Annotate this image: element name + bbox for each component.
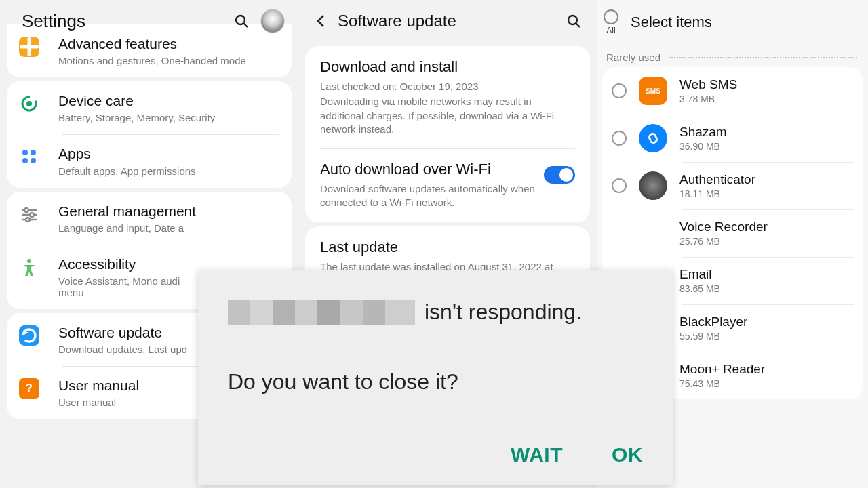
app-size: 75.43 MB — [679, 378, 856, 389]
settings-item-apps[interactable]: Apps Default apps, App permissions — [7, 134, 292, 187]
svg-point-0 — [236, 16, 245, 24]
manual-icon: ? — [19, 378, 39, 399]
svg-point-4 — [22, 150, 28, 155]
settings-item-general-management[interactable]: General management Language and input, D… — [7, 192, 292, 245]
settings-item-advanced-features[interactable]: Advanced features Motions and gestures, … — [7, 24, 292, 77]
settings-item-sub: Language and input, Date a — [58, 222, 279, 234]
ok-button[interactable]: OK — [612, 443, 643, 466]
section-rarely-used: Rarely used — [606, 52, 660, 63]
app-checkbox[interactable] — [612, 178, 627, 193]
sliders-icon — [19, 204, 39, 224]
auto-download-title: Auto download over Wi-Fi — [320, 161, 536, 178]
svg-point-14 — [27, 259, 31, 263]
app-row-web-sms[interactable]: SMS Web SMS 3.78 MB — [602, 67, 863, 115]
svg-line-16 — [576, 24, 580, 28]
settings-item-sub: Default apps, App permissions — [58, 165, 279, 177]
select-all-label: All — [606, 26, 615, 35]
app-size: 25.76 MB — [679, 236, 856, 247]
dialog-line1-suffix: isn't responding. — [425, 300, 582, 325]
settings-item-device-care[interactable]: Device care Battery, Storage, Memory, Se… — [7, 81, 292, 134]
app-checkbox[interactable] — [612, 131, 627, 146]
app-checkbox[interactable] — [612, 83, 627, 98]
svg-point-6 — [22, 158, 28, 163]
wait-button[interactable]: WAIT — [511, 443, 563, 466]
chevron-left-icon — [314, 14, 329, 28]
svg-point-15 — [568, 16, 577, 24]
app-name: BlackPlayer — [679, 314, 856, 329]
search-icon — [566, 13, 582, 29]
app-name: Authenticator — [679, 172, 856, 187]
device-care-icon — [19, 94, 39, 114]
plus-icon — [19, 37, 39, 57]
download-install-title: Download and install — [320, 58, 575, 76]
app-icon-authenticator — [639, 171, 667, 200]
settings-item-sub: Motions and gestures, One-handed mode — [58, 55, 279, 66]
app-name: Moon+ Reader — [679, 362, 856, 377]
app-size: 3.78 MB — [679, 94, 856, 104]
app-size: 55.59 MB — [679, 331, 856, 342]
apps-icon — [19, 146, 39, 167]
app-name: Web SMS — [679, 77, 856, 92]
refresh-icon — [19, 325, 39, 346]
select-all-button[interactable]: All — [604, 9, 618, 35]
app-size: 36.90 MB — [679, 141, 856, 152]
dialog-line2: Do you want to close it? — [228, 369, 643, 394]
svg-point-3 — [26, 101, 32, 106]
svg-point-5 — [31, 150, 36, 155]
download-install-row[interactable]: Download and install Last checked on: Oc… — [305, 46, 590, 148]
svg-point-11 — [24, 208, 28, 212]
last-update-title: Last update — [320, 239, 575, 256]
svg-point-7 — [31, 158, 36, 163]
auto-download-row[interactable]: Auto download over Wi-Fi Download softwa… — [305, 148, 590, 222]
app-row-shazam[interactable]: Shazam 36.90 MB — [602, 115, 863, 162]
app-name: Shazam — [679, 125, 856, 140]
app-icon-shazam — [639, 124, 667, 152]
settings-item-title: Advanced features — [58, 35, 279, 52]
settings-item-sub: Battery, Storage, Memory, Security — [58, 112, 279, 123]
anr-dialog: isn't responding. Do you want to close i… — [198, 270, 673, 485]
redacted-app-name — [228, 300, 415, 325]
settings-item-title: Device care — [58, 92, 279, 109]
auto-download-toggle[interactable] — [544, 166, 575, 184]
download-install-checked: Last checked on: October 19, 2023 — [320, 80, 557, 94]
app-name: Email — [679, 267, 856, 282]
software-update-title: Software update — [338, 12, 560, 30]
svg-point-12 — [30, 213, 34, 217]
settings-item-title: General management — [58, 203, 279, 220]
section-divider — [669, 57, 857, 58]
svg-point-13 — [26, 218, 30, 222]
auto-download-sub: Download software updates automatically … — [320, 182, 536, 210]
app-size: 83.65 MB — [679, 283, 856, 294]
app-name: Voice Recorder — [679, 220, 856, 235]
app-row-voice-recorder[interactable]: Voice Recorder 25.76 MB — [602, 209, 863, 257]
search-button[interactable] — [560, 7, 587, 35]
app-icon-web-sms: SMS — [639, 77, 667, 105]
accessibility-icon — [19, 257, 39, 277]
app-row-authenticator[interactable]: Authenticator 18.11 MB — [602, 162, 863, 209]
settings-item-title: Apps — [58, 145, 279, 162]
app-size: 18.11 MB — [679, 188, 856, 199]
back-button[interactable] — [308, 7, 335, 35]
select-items-title: Select items — [631, 14, 712, 31]
select-all-checkbox[interactable] — [604, 9, 618, 24]
download-install-note: Downloading via mobile networks may resu… — [320, 95, 557, 136]
